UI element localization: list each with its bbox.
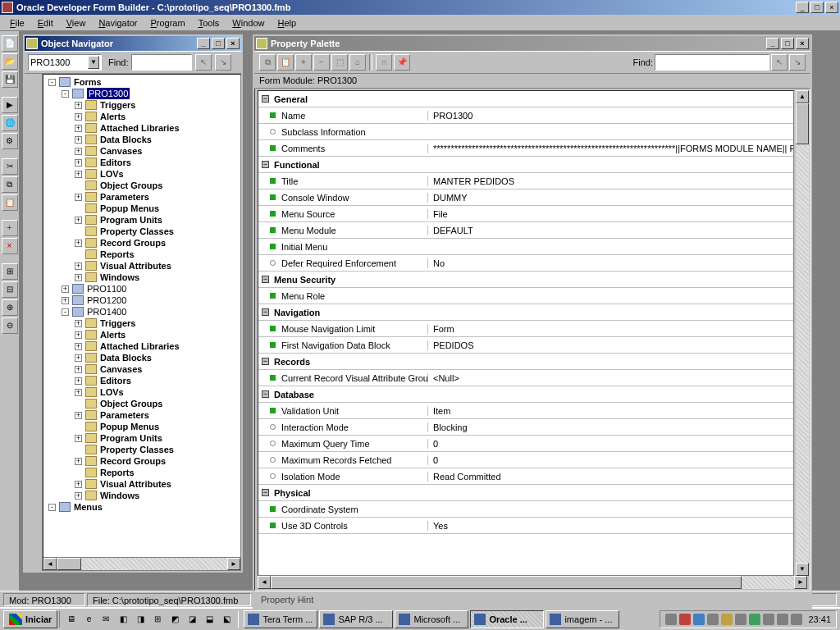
tree-node[interactable]: +Record Groups [45, 237, 240, 249]
tree-node[interactable]: +Visual Attributes [45, 260, 240, 272]
tray-icon[interactable] [693, 614, 705, 625]
ql-app5-icon[interactable]: ◪ [184, 611, 200, 628]
tree-node[interactable]: Reports [45, 249, 240, 260]
expand-icon[interactable]: + [75, 492, 82, 500]
tree-node[interactable]: +LOVs [45, 168, 240, 180]
tree-node[interactable]: Popup Menus [45, 203, 240, 214]
expand-icon[interactable]: + [75, 320, 82, 327]
property-value[interactable]: 0 [427, 439, 793, 449]
property-value[interactable]: PRO1300 [427, 111, 793, 121]
expand-icon[interactable]: + [75, 240, 82, 247]
property-value[interactable]: 0 [427, 455, 793, 465]
property-row[interactable]: Menu Role [258, 288, 793, 304]
expand-icon[interactable]: + [75, 331, 82, 339]
property-value[interactable]: Read Committed [427, 472, 793, 482]
proppal-maximize-button[interactable]: □ [781, 38, 794, 49]
expand-icon[interactable]: + [62, 285, 69, 293]
taskbar-button[interactable]: imagem - ... [546, 610, 619, 628]
close-button[interactable]: × [825, 2, 838, 13]
expand-icon[interactable]: + [75, 262, 82, 270]
property-value[interactable]: DUMMY [427, 193, 793, 203]
runweb-icon[interactable]: 🌐 [2, 115, 18, 131]
expand-icon[interactable]: + [75, 343, 82, 350]
objnav-maximize-button[interactable]: □ [212, 38, 225, 49]
find-next-icon[interactable]: ↘ [215, 54, 231, 71]
objnav-combo[interactable]: PRO1300 ▼ [28, 54, 102, 71]
objnav-hscrollbar[interactable]: ◄ ► [43, 557, 240, 570]
tree-node[interactable]: Reports [45, 467, 240, 478]
tree-node[interactable]: -PRO1300 [45, 88, 240, 99]
menu-help[interactable]: Help [271, 16, 303, 30]
collapse-icon[interactable]: - [62, 308, 69, 316]
group-collapse-icon[interactable]: − [262, 308, 269, 316]
property-row[interactable]: Isolation ModeRead Committed [258, 468, 793, 485]
tree-node[interactable]: +Editors [45, 375, 240, 386]
scroll-thumb[interactable] [796, 103, 809, 144]
tree-node[interactable]: +Alerts [45, 111, 240, 122]
tree-node[interactable]: +Parameters [45, 409, 240, 421]
taskbar-button[interactable]: Tera Term ... [244, 610, 317, 628]
collapse-icon[interactable]: ⊟ [2, 281, 18, 298]
maximize-button[interactable]: □ [810, 2, 824, 13]
debug-icon[interactable]: ⚙ [2, 133, 18, 149]
tree-node[interactable]: -Forms [45, 76, 240, 88]
expand-icon[interactable]: + [75, 113, 82, 121]
proppal-vscrollbar[interactable]: ▲ ▼ [796, 90, 809, 576]
tree-node[interactable]: +Attached Libraries [45, 122, 240, 134]
tree-node[interactable]: +Canvases [45, 145, 240, 157]
taskbar-button[interactable]: SAP R/3 ... [319, 610, 393, 628]
add-prop-icon[interactable]: + [295, 54, 312, 71]
expand-icon[interactable]: + [75, 389, 82, 396]
scroll-left-icon[interactable]: ◄ [43, 558, 57, 570]
expandall-icon[interactable]: ⊕ [2, 299, 18, 316]
tray-icon[interactable] [791, 614, 802, 625]
save-icon[interactable]: 💾 [2, 71, 18, 88]
expand-icon[interactable]: + [75, 435, 82, 442]
objnav-tree[interactable]: -Forms-PRO1300+Triggers+Alerts+Attached … [43, 74, 241, 571]
group-collapse-icon[interactable]: − [262, 358, 269, 365]
start-button[interactable]: Iniciar [3, 610, 57, 628]
tree-node[interactable]: +Visual Attributes [45, 478, 240, 490]
expand-icon[interactable]: + [75, 412, 82, 419]
tray-icon[interactable] [749, 614, 760, 625]
proppal-titlebar[interactable]: Property Palette _ □ × [254, 36, 810, 51]
pin-icon[interactable]: 📌 [394, 54, 410, 71]
scroll-thumb[interactable] [271, 576, 742, 589]
property-value[interactable]: File [427, 209, 793, 219]
property-value[interactable]: Item [427, 406, 793, 416]
expand-icon[interactable]: + [75, 194, 82, 201]
ql-app3-icon[interactable]: ⊞ [149, 611, 166, 628]
property-group[interactable]: −Menu Security [258, 272, 793, 288]
property-grid[interactable]: −GeneralNamePRO1300Subclass InformationC… [258, 90, 794, 576]
group-collapse-icon[interactable]: − [262, 95, 269, 103]
property-row[interactable]: Mouse Navigation LimitForm [258, 321, 793, 337]
run-icon[interactable]: ▶ [2, 97, 18, 113]
proppal-find-prev-icon[interactable]: ↖ [771, 54, 788, 71]
property-row[interactable]: NamePRO1300 [258, 107, 793, 124]
tree-node[interactable]: Property Classes [45, 226, 240, 237]
property-row[interactable]: Initial Menu [258, 239, 793, 255]
expand-icon[interactable]: + [75, 481, 82, 488]
tree-node[interactable]: +Attached Libraries [45, 340, 240, 352]
proppal-find-next-icon[interactable]: ↘ [789, 54, 806, 71]
new-icon[interactable]: 📄 [2, 35, 18, 52]
tray-icon[interactable] [735, 614, 746, 625]
property-value[interactable]: No [427, 258, 793, 268]
expand-icon[interactable]: + [62, 297, 69, 304]
property-group[interactable]: −Physical [258, 485, 793, 501]
menu-file[interactable]: File [3, 16, 31, 30]
tree-node[interactable]: Object Groups [45, 180, 240, 191]
expand-icon[interactable]: + [75, 354, 82, 362]
property-group[interactable]: −Navigation [258, 304, 793, 321]
tree-node[interactable]: -Menus [45, 501, 240, 513]
objnav-find-input[interactable] [131, 54, 192, 71]
tree-node[interactable]: +Alerts [45, 329, 240, 340]
ql-outlook-icon[interactable]: ✉ [98, 611, 114, 628]
class-icon[interactable]: ⬚ [331, 54, 348, 71]
property-row[interactable]: First Navigation Data BlockPEDIDOS [258, 337, 793, 354]
copy-props-icon[interactable]: ⧉ [259, 54, 276, 71]
tree-node[interactable]: +Windows [45, 272, 240, 283]
tray-icon[interactable] [679, 614, 691, 625]
del-prop-icon[interactable]: − [313, 54, 330, 71]
delete-icon[interactable]: × [2, 238, 18, 254]
